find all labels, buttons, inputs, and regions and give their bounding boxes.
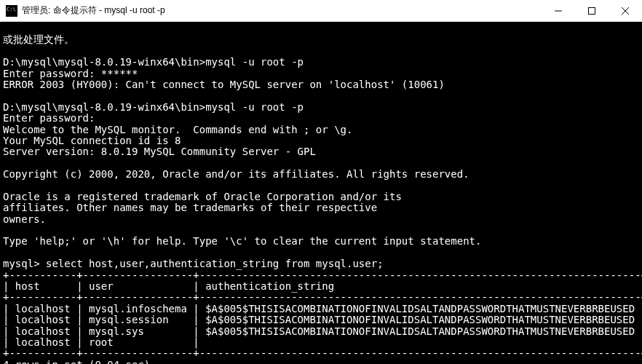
term-line: 4 rows in set (0.04 sec) [3, 359, 150, 364]
term-line: D:\mysql\mysql-8.0.19-winx64\bin>mysql -… [3, 56, 304, 68]
term-line: | localhost | mysql.sys | $A$005$THISISA… [3, 325, 642, 337]
term-line: Type 'help;' or '\h' for help. Type '\c'… [3, 235, 481, 247]
term-line: Oracle is a registered trademark of Orac… [3, 191, 402, 202]
term-line: mysql> select host,user,authentication_s… [3, 258, 384, 269]
term-line: | localhost | mysql.infoschema | $A$005$… [3, 303, 642, 314]
term-line: +-----------+------------------+--------… [3, 347, 642, 359]
term-line: D:\mysql\mysql-8.0.19-winx64\bin>mysql -… [3, 101, 304, 113]
term-line: +-----------+------------------+--------… [3, 291, 642, 303]
term-line: ERROR 2003 (HY000): Can't connect to MyS… [3, 79, 445, 90]
terminal-output[interactable]: 或批处理文件。 D:\mysql\mysql-8.0.19-winx64\bin… [0, 22, 642, 364]
window-title: 管理员: 命令提示符 - mysql -u root -p [22, 4, 542, 17]
term-line: Server version: 8.0.19 MySQL Community S… [3, 146, 316, 157]
term-line: | localhost | root | | [3, 336, 642, 348]
term-line: Enter password: [3, 112, 95, 124]
term-line: Copyright (c) 2000, 2020, Oracle and/or … [3, 168, 469, 180]
close-button[interactable] [609, 0, 642, 21]
minimize-button[interactable] [542, 0, 575, 21]
term-line: +-----------+------------------+--------… [3, 269, 642, 281]
term-line: affiliates. Other names may be trademark… [3, 202, 377, 213]
term-line: Enter password: ****** [3, 68, 138, 79]
term-line: 或批处理文件。 [3, 33, 74, 45]
svg-rect-1 [589, 7, 595, 14]
term-line: | host | user | authentication_string | [3, 280, 642, 292]
term-line: Welcome to the MySQL monitor. Commands e… [3, 124, 352, 135]
term-line: owners. [3, 213, 46, 225]
window-titlebar: 管理员: 命令提示符 - mysql -u root -p [0, 0, 642, 22]
cmd-icon [6, 5, 17, 17]
term-line: | localhost | mysql.session | $A$005$THI… [3, 314, 642, 325]
window-controls [542, 0, 642, 21]
term-line: Your MySQL connection id is 8 [3, 135, 181, 146]
maximize-button[interactable] [575, 0, 609, 21]
